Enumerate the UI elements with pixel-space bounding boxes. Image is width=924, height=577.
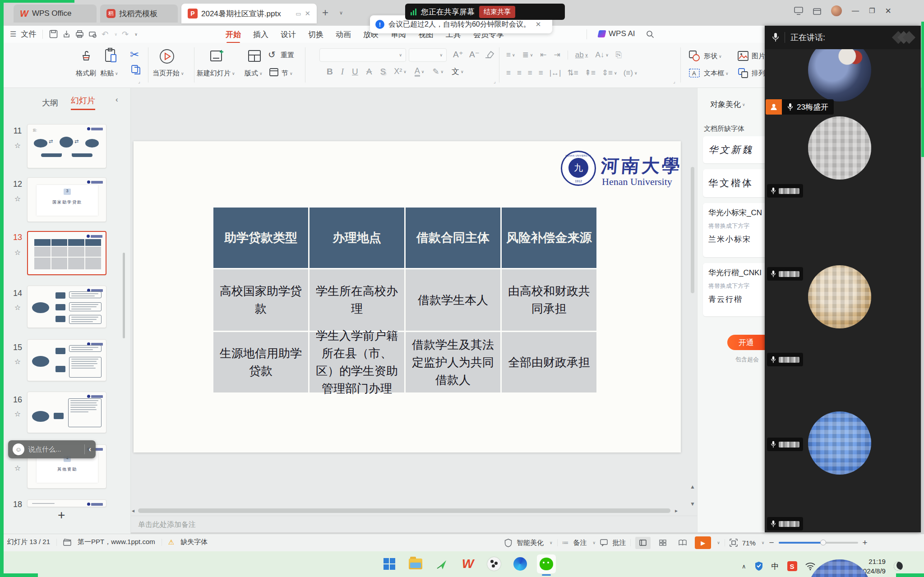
sogou-icon[interactable]: S [787,561,797,571]
chevron-down-icon[interactable]: ∨ [550,540,553,545]
loan-comparison-table[interactable]: 助学贷款类型 办理地点 借款合同主体 风险补偿金来源 高校国家助学贷款 学生所在… [213,208,596,392]
font-card[interactable]: 华文楷体 [703,169,771,197]
row-spacing-icon[interactable]: ⇅≡ [568,68,578,78]
reset-icon[interactable]: ↺ [268,49,276,60]
wps-ai-entry[interactable]: WPS AI [598,29,635,38]
favorite-star-icon[interactable]: ☆ [11,357,24,366]
decrease-indent-icon[interactable]: ⇤ [540,50,546,60]
shapes-icon[interactable] [688,50,700,62]
file-menu[interactable]: 文件 [21,29,36,39]
chat-input-placeholder[interactable]: 说点什么... [28,445,80,454]
menu-home[interactable]: 开始 [226,29,241,40]
chevron-down-icon[interactable]: ∨ [290,71,293,76]
bold-icon[interactable]: B [327,67,333,77]
convert-smartart-icon[interactable]: ⎘ [616,51,622,60]
dialog-launcher-icon[interactable]: ⌟ [138,79,140,84]
align-text-icon[interactable]: (≡)∨ [624,69,638,78]
slide-thumbnail-12[interactable]: 3 国家助学贷款 [27,177,106,222]
clear-format-icon[interactable] [485,50,494,59]
participant-video-tile[interactable] [808,116,871,180]
favorite-star-icon[interactable]: ☆ [11,141,24,150]
notes-placeholder[interactable]: 单击此处添加备注 [138,520,196,530]
green-app-icon[interactable] [432,554,451,573]
chevron-down-icon[interactable]: ∨ [232,71,235,76]
undo-icon[interactable]: ↶ [102,29,108,39]
favorite-star-icon[interactable]: ☆ [11,194,24,203]
scroll-left-icon[interactable]: ◂ [132,508,134,514]
smart-beautify-button[interactable]: 智能美化 [517,539,544,547]
textbox-icon[interactable]: A [688,67,700,79]
slide-thumbnail-13-selected[interactable] [27,231,106,275]
dialog-launcher-icon[interactable]: ⌟ [673,79,675,84]
picture-icon[interactable] [737,50,749,62]
arrange-icon[interactable] [737,67,749,79]
participant-video-tile[interactable] [808,265,871,328]
collapse-panel-icon[interactable]: ‹ [116,95,118,104]
new-slide-button[interactable]: 新建幻灯片 [197,69,231,78]
package-icon[interactable] [813,7,821,15]
menu-animation[interactable]: 动画 [336,29,351,40]
font-name-select[interactable]: ∨ [319,48,406,62]
textbox-button[interactable]: 文本框 [704,69,724,78]
hamburger-icon[interactable]: ☰ [10,30,16,38]
arrange-button[interactable]: 排列 [752,69,765,78]
new-slide-icon[interactable] [209,48,225,64]
beautify-panel-title[interactable]: 对象美化 [710,99,741,110]
fit-to-window-icon[interactable] [730,539,738,547]
mic-icon[interactable] [772,32,779,42]
emoji-smiley-icon[interactable]: ☺ [13,443,24,455]
font-card[interactable]: 华光行楷_CNKI 将替换成下方字 青云行楷 [703,263,771,316]
dialog-launcher-icon[interactable]: ⌟ [494,79,496,84]
scroll-up-icon[interactable]: ▲ [690,484,695,490]
tab-slides[interactable]: 幻灯片 [71,95,95,110]
add-slide-icon[interactable]: + [58,508,65,522]
increase-font-icon[interactable]: A⁺ [453,49,463,60]
favorite-star-icon[interactable]: ☆ [11,410,24,418]
bullet-list-icon[interactable]: ≡∨ [506,51,515,60]
font-size-select[interactable]: ∨ [409,48,447,62]
obs-app-icon[interactable] [485,554,504,573]
search-icon[interactable] [646,30,654,38]
distribute-icon[interactable]: |↔| [550,69,561,78]
end-share-button[interactable]: 结束共享 [479,6,515,18]
font-card[interactable]: 华光小标宋_CN 将替换成下方字 兰米小标宋 [703,203,771,257]
close-window-icon[interactable]: ✕ [885,6,891,16]
wechat-icon-active[interactable] [537,554,556,573]
tab-wps-home[interactable]: W WPS Office [14,5,97,23]
slide-thumbnail-15[interactable] [27,339,106,381]
missing-fonts-status[interactable]: 缺失字体 [180,538,208,546]
paste-button[interactable]: 粘贴 [100,69,114,78]
notes-button[interactable]: 备注 [573,539,587,547]
collapse-chat-icon[interactable]: ‹ [89,445,91,453]
ime-indicator[interactable]: 中 [772,561,779,572]
print-icon[interactable] [75,30,84,38]
zoom-level[interactable]: 71% [742,539,756,547]
normal-view-button[interactable] [635,537,651,549]
security-shield-icon[interactable] [754,561,763,571]
highlight-icon[interactable]: ✎∨ [432,67,444,76]
notes-divider[interactable] [131,516,697,516]
tab-document[interactable]: P 2024暑期社区宣讲.pptx ▭ ✕ [181,4,317,23]
chevron-down-icon[interactable]: ∨ [762,540,765,545]
copy-icon[interactable] [131,65,141,75]
zoom-in-icon[interactable]: + [863,538,868,548]
chevron-down-icon[interactable]: ∨ [742,102,745,107]
slide-thumbnail-14[interactable] [27,286,106,328]
menu-insert[interactable]: 插入 [253,29,268,40]
play-from-page-icon[interactable] [159,48,175,65]
align-right-icon[interactable]: ≡ [528,69,532,78]
slide-thumbnail-18[interactable] [27,499,106,507]
reset-button[interactable]: 重置 [281,51,294,60]
zoom-slider-thumb[interactable] [820,540,826,545]
zoom-slider[interactable] [779,542,858,544]
picture-button[interactable]: 图片 [752,52,765,60]
present-screen-icon[interactable]: ▭ [296,10,301,17]
chevron-down-icon[interactable]: ∨ [717,540,720,545]
text-direction-icon[interactable]: A↓∨ [595,51,608,60]
section-button[interactable]: 节 [282,69,288,78]
upgrade-button[interactable]: 开通 [727,335,765,350]
participant-video-tile[interactable] [808,411,871,475]
layout-icon[interactable] [247,49,262,63]
file-explorer-icon[interactable] [406,554,425,573]
horizontal-scrollbar-thumb[interactable] [138,508,670,513]
